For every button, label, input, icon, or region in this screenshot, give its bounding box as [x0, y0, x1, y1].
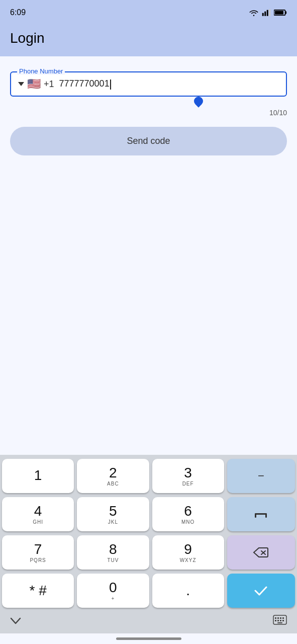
signal-icon [262, 9, 271, 17]
key-space[interactable] [227, 497, 295, 531]
key-5[interactable]: 5 JKL [77, 497, 149, 531]
key-5-number: 5 [109, 504, 117, 518]
phone-input-row: 🇺🇸 +1 7777770001 [18, 77, 279, 91]
char-count: 10/10 [10, 109, 287, 117]
country-selector[interactable]: 🇺🇸 +1 [18, 77, 54, 91]
home-bar [116, 637, 181, 640]
svg-rect-1 [264, 12, 266, 16]
svg-rect-5 [285, 11, 287, 14]
key-dot[interactable]: . [152, 574, 224, 608]
delete-icon [253, 547, 269, 558]
phone-input-container[interactable]: Phone Number 🇺🇸 +1 7777770001 [10, 71, 287, 97]
key-3[interactable]: 3 DEF [152, 459, 224, 493]
key-9[interactable]: 9 WXYZ [152, 535, 224, 570]
keyboard-row-3: 7 PQRS 8 TUV 9 WXYZ [2, 535, 295, 570]
key-8-letters: TUV [107, 557, 119, 563]
main-content: Phone Number 🇺🇸 +1 7777770001 10/10 Send… [0, 56, 297, 455]
svg-rect-16 [282, 617, 284, 619]
svg-rect-0 [262, 13, 264, 16]
keyboard-collapse-button[interactable] [10, 615, 21, 627]
keyboard-row-2: 4 GHI 5 JKL 6 MNO [2, 497, 295, 531]
keyboard-switch-button[interactable] [273, 615, 287, 627]
key-minus[interactable]: − [227, 459, 295, 493]
key-6-letters: MNO [181, 519, 194, 525]
key-7-letters: PQRS [30, 557, 46, 563]
send-code-button[interactable]: Send code [10, 127, 287, 155]
status-icons [249, 9, 287, 17]
key-4[interactable]: 4 GHI [2, 497, 74, 531]
key-4-letters: GHI [33, 519, 43, 525]
key-2[interactable]: 2 ABC [77, 459, 149, 493]
checkmark-icon [253, 585, 268, 597]
key-8[interactable]: 8 TUV [77, 535, 149, 570]
phone-number-display: 7777770001 [59, 78, 279, 89]
wifi-icon [249, 9, 259, 17]
home-indicator [0, 633, 297, 644]
key-minus-symbol: − [258, 469, 264, 482]
key-1-number: 1 [34, 468, 42, 482]
svg-rect-20 [282, 620, 284, 621]
svg-rect-6 [275, 11, 283, 15]
key-7-number: 7 [34, 542, 42, 556]
key-6[interactable]: 6 MNO [152, 497, 224, 531]
svg-rect-2 [267, 10, 268, 16]
key-delete[interactable] [227, 535, 295, 570]
svg-rect-8 [255, 513, 256, 518]
key-star-hash[interactable]: * # [2, 574, 74, 608]
cursor [110, 79, 111, 90]
svg-rect-13 [275, 617, 276, 619]
svg-rect-9 [265, 513, 267, 518]
keyboard-row-4: * # 0 + . [2, 574, 295, 608]
chevron-down-icon [18, 82, 24, 86]
key-8-number: 8 [109, 542, 117, 556]
space-icon [254, 509, 268, 519]
country-code: +1 [44, 79, 54, 90]
flag-icon: 🇺🇸 [27, 77, 41, 91]
key-0-letters: + [111, 596, 115, 601]
key-0-number: 0 [109, 581, 117, 595]
key-star-hash-number: * # [30, 584, 47, 598]
key-dot-number: . [186, 584, 190, 598]
chevron-down-icon [10, 617, 21, 624]
svg-rect-17 [275, 620, 276, 621]
key-9-letters: WXYZ [180, 557, 196, 563]
key-2-number: 2 [109, 466, 117, 480]
key-3-letters: DEF [182, 481, 194, 487]
battery-icon [274, 9, 287, 16]
keyboard-toolbar [2, 612, 295, 631]
keyboard-icon [273, 615, 287, 625]
keyboard-area: 1 2 ABC 3 DEF − 4 GHI 5 JKL 6 MNO [0, 455, 297, 633]
svg-rect-18 [277, 620, 279, 621]
header: Login [0, 25, 297, 56]
keyboard-row-1: 1 2 ABC 3 DEF − [2, 459, 295, 493]
svg-rect-21 [277, 622, 282, 623]
svg-rect-7 [255, 513, 267, 515]
svg-rect-19 [280, 620, 281, 621]
key-2-letters: ABC [107, 481, 119, 487]
phone-input-label: Phone Number [17, 67, 65, 75]
key-6-number: 6 [184, 504, 192, 518]
key-7[interactable]: 7 PQRS [2, 535, 74, 570]
key-3-number: 3 [184, 466, 192, 480]
key-4-number: 4 [34, 504, 42, 518]
svg-rect-3 [269, 9, 270, 16]
key-5-letters: JKL [108, 519, 118, 525]
key-0[interactable]: 0 + [77, 574, 149, 608]
key-1[interactable]: 1 [2, 459, 74, 493]
cursor-handle [192, 95, 205, 107]
key-confirm[interactable] [227, 574, 295, 608]
svg-rect-14 [277, 617, 279, 619]
phone-number-text: 7777770001 [59, 78, 110, 89]
svg-rect-15 [280, 617, 281, 619]
status-bar: 6:09 [0, 0, 297, 25]
status-time: 6:09 [10, 8, 26, 17]
page-title: Login [10, 30, 287, 46]
key-9-number: 9 [184, 542, 192, 556]
